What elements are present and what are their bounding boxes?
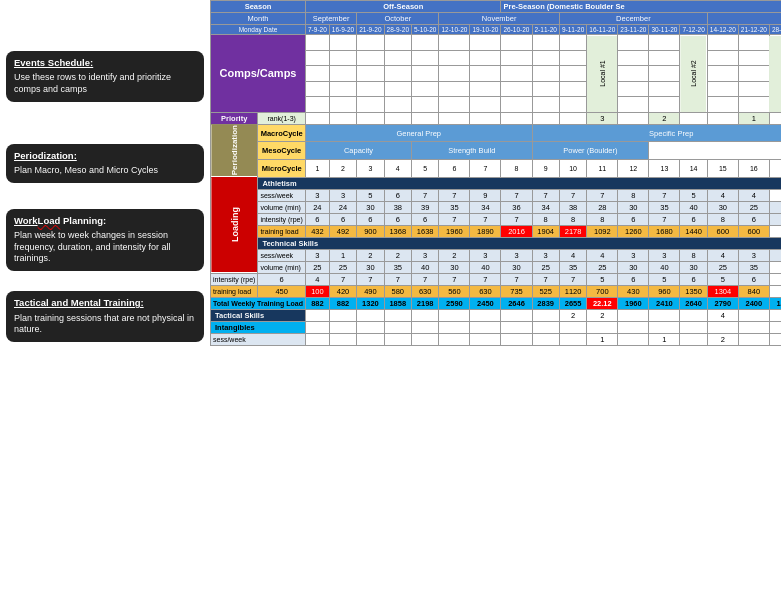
rank-label: rank(1-3) (258, 112, 306, 124)
tactical-header-row: Tactical Skills 2 2 4 (211, 309, 782, 321)
macrocycle-label: MacroCycle (258, 124, 306, 142)
tech-training-load-row: training load 450 100 420 490 580 630 56… (211, 285, 782, 297)
date-1: 7-9-20 (305, 25, 329, 35)
strength-build-label: Strength Build (412, 142, 533, 160)
comps-row-1: Comps/Camps Local #1 Local #2 Proximal T… (211, 35, 782, 51)
specific-prep-label: Specific Prep (532, 124, 781, 142)
header-row-dates: Monday Date 7-9-20 16-9-20 21-9-20 28-9-… (211, 25, 782, 35)
mesocycle-label: MesoCycle (258, 142, 306, 160)
microcycle-label: MicroCycle (258, 160, 306, 178)
date-2: 16-9-20 (329, 25, 356, 35)
tech-header-row: Technical Skills (211, 237, 782, 249)
priority-row: Priority rank(1-3) 3 2 1 (211, 112, 782, 124)
spreadsheet-panel: Season Off-Season Pre-Season (Domestic B… (210, 0, 781, 592)
header-row-month: Month September October November Decembe… (211, 13, 782, 25)
monday-date-label: Monday Date (211, 25, 306, 35)
macrocycle-row: Periodization MacroCycle General Prep Sp… (211, 124, 782, 142)
athleticism-header-row: Loading Athletism (211, 177, 782, 189)
loading-label: Loading (211, 177, 258, 273)
date-9: 2-11-20 (532, 25, 559, 35)
capacity-label: Capacity (305, 142, 411, 160)
extra-months (707, 13, 781, 25)
date-16: 21-12-20 (738, 25, 769, 35)
comps-camps-label: Comps/Camps (211, 35, 306, 113)
ath-volume-row: volume (min) 24243038 39353436 34382830 … (211, 201, 782, 213)
date-3: 21-9-20 (357, 25, 384, 35)
callout-workload: WorkLoad Planning: Plan week to week cha… (6, 209, 204, 271)
callout-workload-title: WorkLoad Planning: (14, 215, 196, 227)
left-annotations: Events Schedule: Use these rows to ident… (0, 0, 210, 592)
tech-skills-header: Technical Skills (258, 237, 781, 249)
date-4: 28-9-20 (384, 25, 411, 35)
callout-tactical-text: Plan training sessions that are not phys… (14, 313, 194, 335)
tactical-skills-header: Tactical Skills (211, 309, 306, 321)
date-6: 12-10-20 (439, 25, 470, 35)
date-17: 28-12-20 (769, 25, 781, 35)
date-12: 23-11-20 (618, 25, 649, 35)
date-11: 16-11-20 (587, 25, 618, 35)
power-boulder-label: Power (Boulder) (532, 142, 649, 160)
comp-proximal: Proximal Training Camp (769, 35, 781, 113)
callout-events-text: Use these rows to identify and prioritiz… (14, 72, 171, 94)
intangibles-sess-row: sess/week 1 1 2 (211, 333, 782, 345)
intangibles-row: Intangibles (211, 321, 782, 333)
general-prep-label: General Prep (305, 124, 532, 142)
callout-events: Events Schedule: Use these rows to ident… (6, 51, 204, 102)
december-label: December (559, 13, 707, 25)
priority-cell: Priority (211, 112, 258, 124)
season-label: Season (211, 1, 306, 13)
october-label: October (357, 13, 439, 25)
date-7: 19-10-20 (470, 25, 501, 35)
intangibles-header: Intangibles (211, 321, 306, 333)
september-label: September (305, 13, 356, 25)
date-15: 14-12-20 (707, 25, 738, 35)
date-8: 26-10-20 (501, 25, 532, 35)
callout-periodization-text: Plan Macro, Meso and Micro Cycles (14, 165, 158, 175)
comp-local2: Local #2 (680, 35, 707, 113)
tech-sess-row: sess/week 3122 3233 3443 38434 (211, 249, 782, 261)
callout-tactical-title: Tactical and Mental Training: (14, 297, 196, 309)
ath-intensity-row: intensity (rpe) 6666 6777 8886 76865 (211, 213, 782, 225)
total-label: Total Weekly Training Load (211, 297, 306, 309)
callout-workload-text: Plan week to week changes in session fre… (14, 230, 170, 263)
main-table: Season Off-Season Pre-Season (Domestic B… (210, 0, 781, 346)
header-row-season: Season Off-Season Pre-Season (Domestic B… (211, 1, 782, 13)
callout-tactical: Tactical and Mental Training: Plan train… (6, 291, 204, 342)
month-label: Month (211, 13, 306, 25)
callout-periodization: Periodization: Plan Macro, Meso and Micr… (6, 144, 204, 183)
microcycle-row: MicroCycle 1234 5678 9101112 1314151617 (211, 160, 782, 178)
date-14: 7-12-20 (680, 25, 707, 35)
tech-intensity-row: intensity (rpe) 6 4 7 7 7 7 7 7 7 7 7 5 … (211, 273, 782, 285)
ath-sess-row: sess/week 3356 7797 7778 7544 (211, 189, 782, 201)
date-10: 9-11-20 (559, 25, 586, 35)
offseason-label: Off-Season (305, 1, 500, 13)
total-row: Total Weekly Training Load 882 882 1320 … (211, 297, 782, 309)
preseason-label: Pre-Season (Domestic Boulder Se (501, 1, 781, 13)
comp-local1: Local #1 (587, 35, 618, 113)
date-13: 30-11-20 (649, 25, 680, 35)
ath-training-load-row: training load 432 492 900 1368 1638 1960… (211, 225, 782, 237)
callout-periodization-title: Periodization: (14, 150, 196, 162)
mesocycle-row: MesoCycle Capacity Strength Build Power … (211, 142, 782, 160)
november-label: November (439, 13, 560, 25)
athleticism-header: Athletism (258, 177, 781, 189)
callout-events-title: Events Schedule: (14, 57, 196, 69)
tech-volume-row: volume (min) 25 25 30 35 40 30 40 30 25 … (211, 261, 782, 273)
date-5: 5-10-20 (412, 25, 439, 35)
periodization-label: Periodization (211, 124, 258, 177)
